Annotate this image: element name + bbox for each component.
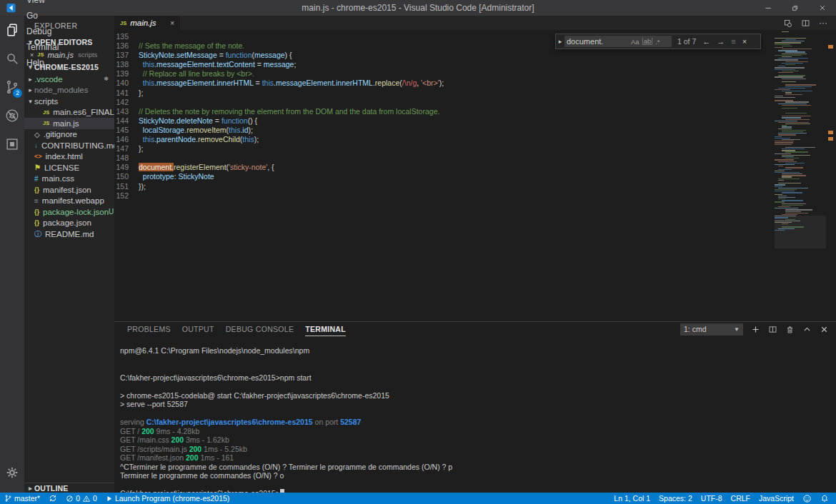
status-spaces-2[interactable]: Spaces: 2 [655, 493, 697, 504]
panel-tab-debug-console[interactable]: DEBUG CONSOLE [226, 322, 294, 336]
status-ln-1-col-1[interactable]: Ln 1, Col 1 [609, 493, 655, 504]
maximize-panel-icon[interactable] [802, 325, 812, 334]
settings-gear-icon[interactable] [0, 458, 24, 487]
minimap-bar [775, 97, 795, 98]
tab-main-js[interactable]: JS main.js × [114, 16, 180, 30]
warnings-icon [82, 495, 91, 503]
panel-tab-problems[interactable]: PROBLEMS [127, 322, 171, 336]
code-line[interactable]: 146 this.parentNode.removeChild(this); [114, 135, 772, 144]
find-expand-icon[interactable]: ▸ [556, 38, 564, 45]
find-next-icon[interactable]: → [717, 37, 725, 46]
tree-item-package-lock-json[interactable]: {}package-lock.jsonU [24, 206, 114, 218]
code-line[interactable]: 147}; [114, 144, 772, 153]
code-line[interactable]: 143// Deletes the note by removing the e… [114, 107, 772, 116]
outline-header[interactable]: ▸ OUTLINE [24, 483, 114, 493]
status-javascript[interactable]: JavaScript [755, 493, 798, 504]
tree-item-license[interactable]: ⚑LICENSE [24, 162, 114, 173]
status-crlf[interactable]: CRLF [727, 493, 755, 504]
file-name: manifest.json [43, 186, 91, 194]
find-input[interactable] [567, 37, 628, 46]
code-line[interactable]: 144StickyNote.deleteNote = function() { [114, 116, 772, 126]
minimap-slider[interactable] [775, 216, 826, 248]
terminal-text: C:\fakher-project\javascriptes6\chrome-e… [120, 373, 312, 382]
panel-tab-terminal[interactable]: TERMINAL [305, 322, 346, 336]
close-window-icon[interactable] [809, 0, 836, 16]
overview-ruler[interactable] [826, 30, 836, 321]
launch-button[interactable]: Launch Program (chrome-es2015) [101, 493, 234, 504]
feedback-smiley-icon[interactable] [798, 493, 816, 504]
code-line[interactable]: 149document.registerElement('sticky-note… [114, 163, 772, 172]
menu-view[interactable]: View [21, 0, 66, 8]
tree-item-main-js[interactable]: JSmain.js [24, 118, 114, 129]
token: = [217, 51, 226, 59]
status-utf-8[interactable]: UTF-8 [697, 493, 727, 504]
minimap-bar [782, 126, 792, 127]
code-line[interactable]: 148 [114, 153, 772, 163]
code-text: StickyNote.deleteNote = function() { [139, 116, 257, 126]
close-panel-icon[interactable] [820, 325, 829, 334]
sync-button[interactable] [44, 493, 61, 504]
problems-status[interactable]: 0 0 [61, 493, 101, 504]
notifications-bell-icon[interactable] [816, 493, 836, 504]
kill-terminal-icon[interactable] [785, 325, 795, 334]
regex-icon[interactable]: .* [655, 38, 660, 46]
menu-help[interactable]: Help [21, 55, 66, 71]
minimap[interactable] [775, 31, 826, 246]
more-actions-icon[interactable]: ··· [819, 18, 827, 28]
source-control-icon[interactable]: 2 [0, 73, 24, 101]
find-previous-icon[interactable]: ← [702, 37, 710, 46]
match-case-icon[interactable]: Aa [631, 38, 640, 46]
tree-item-contributing-md[interactable]: ↓CONTRIBUTING.md [24, 140, 114, 151]
split-editor-icon[interactable] [801, 19, 810, 28]
code-line[interactable]: 139 // Replace all line breaks by <br>. [114, 69, 772, 79]
open-preview-icon[interactable] [783, 19, 792, 28]
minimize-icon[interactable] [755, 0, 782, 16]
minimap-bar [775, 121, 797, 121]
tree-item-manifest-json[interactable]: {}manifest.json [24, 184, 114, 196]
search-icon[interactable] [0, 44, 24, 73]
tree-item-node-modules[interactable]: ▸node_modules [24, 85, 114, 96]
code-line[interactable]: 152 [114, 191, 772, 201]
terminal-line: npm@6.4.1 C:\Program Files\nodejs\node_m… [120, 346, 836, 356]
code-line[interactable]: 145 localStorage.removeItem(this.id); [114, 126, 772, 135]
tab-close-icon[interactable]: × [170, 19, 174, 27]
extensions-icon[interactable] [0, 130, 24, 158]
new-terminal-icon[interactable] [751, 325, 760, 334]
terminal-line: GET /manifest.json 200 1ms - 161 [120, 453, 836, 463]
tree-item-main-es6-final-js[interactable]: JSmain.es6_FINAL.js [24, 107, 114, 119]
code-line[interactable]: 137StickyNote.setMessage = function(mess… [114, 51, 772, 60]
code-line[interactable]: 142 [114, 98, 772, 107]
whole-word-icon[interactable]: ab [642, 38, 653, 45]
minimap-bar [782, 150, 795, 151]
code-line[interactable]: 140 this.messageElement.innerHTML = this… [114, 79, 772, 88]
code-line[interactable]: 150 prototype: StickyNote [114, 172, 772, 181]
menu-debug[interactable]: Debug [21, 24, 66, 39]
split-terminal-icon[interactable] [768, 325, 777, 334]
panel-tab-output[interactable]: OUTPUT [182, 322, 214, 336]
menu-terminal[interactable]: Terminal [21, 39, 66, 55]
find-in-selection-icon[interactable]: ≡ [731, 37, 735, 46]
code-line[interactable]: 151}); [114, 182, 772, 191]
restore-icon[interactable] [782, 0, 809, 16]
find-close-icon[interactable]: × [742, 37, 747, 46]
code-line[interactable]: 141}; [114, 89, 772, 98]
tree-item-scripts[interactable]: ▾scripts [24, 96, 114, 107]
tree-item-readme-md[interactable]: ⓘREADME.md [24, 228, 114, 240]
tree-item-package-json[interactable]: {}package.json [24, 218, 114, 229]
tree-item-main-css[interactable]: #main.css [24, 173, 114, 185]
file-name: package.json [43, 218, 91, 227]
git-branch-status[interactable]: master* [0, 493, 44, 504]
tree-item-index-html[interactable]: <>index.html [24, 151, 114, 163]
terminal-select[interactable]: 1: cmd ▼ [680, 323, 743, 336]
terminal[interactable]: npm@6.4.1 C:\Program Files\nodejs\node_m… [114, 336, 836, 493]
code-editor[interactable]: 135136// Sets the message of the note.13… [114, 30, 836, 321]
tree-item--gitignore[interactable]: ◇.gitignore [24, 129, 114, 141]
debug-icon[interactable] [0, 101, 24, 130]
tree-item-manifest-webapp[interactable]: ≡manifest.webapp [24, 196, 114, 207]
menu-go[interactable]: Go [21, 8, 66, 24]
explorer-icon[interactable] [0, 16, 24, 44]
tree-item--vscode[interactable]: ▸.vscode✱ [24, 74, 114, 85]
minimap-bar [775, 142, 793, 143]
code-line[interactable]: 138 this.messageElement.textContent = me… [114, 60, 772, 69]
terminal-text: 200 [171, 435, 184, 444]
